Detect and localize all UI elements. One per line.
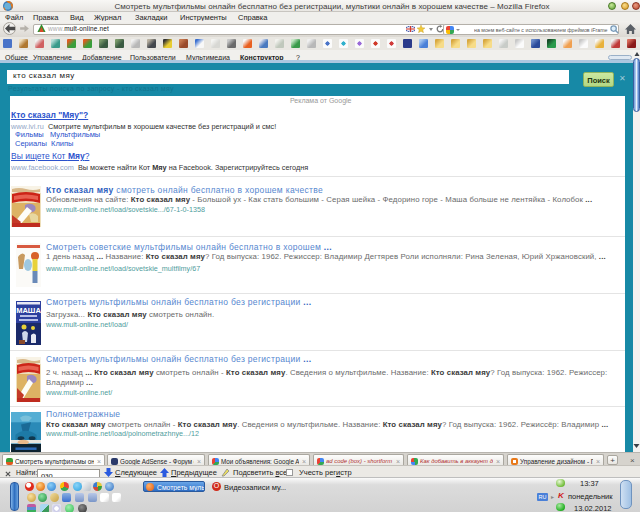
svg-text:МАША: МАША xyxy=(16,306,41,315)
